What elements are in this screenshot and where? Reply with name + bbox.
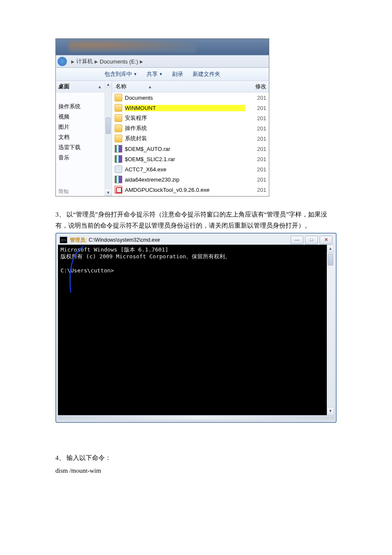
minimize-button[interactable]: —	[291, 236, 303, 244]
explorer-nav-pane: 桌面▲ 操作系统视频图片文档迅雷下载音乐 简知	[56, 81, 105, 196]
nav-item[interactable]: 图片	[56, 122, 104, 132]
file-date: 201	[245, 187, 266, 193]
file-name: WINMOUNT	[125, 105, 245, 111]
folder-icon	[115, 114, 122, 122]
file-name: aida64extreme230.zip	[125, 176, 245, 183]
chevron-right-icon: ▶	[140, 59, 143, 64]
cmd-window: C:\ 管理员: C:\Windows\system32\cmd.exe — □…	[55, 233, 337, 423]
file-row[interactable]: $OEM$_SLIC2.1.rar201	[112, 154, 269, 164]
file-name: 系统封装	[125, 135, 245, 142]
nav-bottom-item[interactable]: 简知	[58, 188, 69, 195]
file-date: 201	[245, 95, 266, 101]
file-name: AMDGPUClockTool_v0.9.26.0.exe	[125, 187, 245, 193]
include-in-library-button[interactable]: 包含到库中 ▼	[104, 70, 137, 78]
file-date: 201	[245, 176, 266, 183]
scroll-down-icon[interactable]: ▼	[327, 407, 334, 415]
nav-item[interactable]: 文档	[56, 132, 104, 142]
file-name: 操作系统	[125, 124, 245, 132]
file-row[interactable]: 系统封装201	[112, 133, 269, 144]
app-icon	[115, 186, 122, 194]
explorer-file-pane: 名称▲ 修改 Documents201WINMOUNT201安装程序201操作系…	[112, 81, 269, 196]
paragraph-step-3: 3、 以“管理员”身份打开命令提示符（注意命令提示符窗口的左上角应该有“管理员”…	[55, 209, 337, 231]
burn-button[interactable]: 刻录	[172, 70, 183, 78]
explorer-titlebar	[56, 39, 269, 55]
cmd-title-admin: 管理员:	[70, 237, 87, 244]
nav-item[interactable]: 操作系统	[56, 101, 104, 112]
column-headers: 名称▲ 修改	[112, 81, 269, 92]
file-date: 201	[245, 156, 266, 162]
chevron-right-icon: ▶	[71, 59, 75, 64]
exe-icon	[115, 165, 122, 173]
share-button[interactable]: 共享 ▼	[147, 70, 163, 78]
file-row[interactable]: ACTC7_X64.exe201	[112, 164, 269, 174]
col-name[interactable]: 名称▲	[112, 81, 242, 92]
file-name: 安装程序	[125, 114, 245, 122]
close-button[interactable]: ✕	[320, 236, 332, 244]
maximize-button[interactable]: □	[305, 236, 318, 244]
explorer-toolbar: 包含到库中 ▼ 共享 ▼ 刻录 新建文件夹	[56, 68, 269, 81]
rar-icon	[115, 145, 122, 153]
command-text: dism /mount-wim	[55, 465, 337, 477]
chevron-right-icon: ▶	[95, 59, 98, 64]
breadcrumb-drive[interactable]: Documents (E:)	[100, 58, 138, 65]
back-button-icon[interactable]	[58, 57, 67, 66]
scroll-up-icon[interactable]: ▲	[327, 245, 334, 253]
explorer-address-bar[interactable]: ▶ 计算机 ▶ Documents (E:) ▶	[56, 55, 269, 68]
article-text: 3、 以“管理员”身份打开命令提示符（注意命令提示符窗口的左上角应该有“管理员”…	[55, 209, 337, 231]
new-folder-button[interactable]: 新建文件夹	[193, 70, 220, 78]
dropdown-icon: ▼	[133, 72, 137, 76]
nav-scrollbar[interactable]: ▲ ▼	[105, 81, 112, 196]
file-row[interactable]: Documents201	[112, 92, 269, 103]
file-row[interactable]: $OEM$_AUTO.rar201	[112, 144, 269, 154]
article-text-2: 4、 输入以下命令： dism /mount-wim	[55, 453, 337, 476]
breadcrumb-computer[interactable]: 计算机	[76, 58, 93, 65]
file-date: 201	[245, 125, 266, 132]
folder-icon	[115, 94, 122, 101]
file-date: 201	[245, 166, 266, 173]
file-date: 201	[245, 146, 266, 152]
nav-item[interactable]: 音乐	[56, 153, 104, 163]
cmd-title-path: C:\Windows\system32\cmd.exe	[89, 237, 160, 243]
rar-icon	[115, 176, 122, 183]
folder-icon	[115, 124, 122, 132]
file-name: $OEM$_AUTO.rar	[125, 146, 245, 152]
file-row[interactable]: WINMOUNT201	[112, 103, 269, 113]
scroll-up-icon[interactable]: ▲	[105, 81, 112, 88]
file-row[interactable]: aida64extreme230.zip201	[112, 174, 269, 185]
file-date: 201	[245, 105, 266, 111]
file-row[interactable]: 操作系统201	[112, 123, 269, 133]
file-row[interactable]: AMDGPUClockTool_v0.9.26.0.exe201	[112, 185, 269, 195]
cmd-icon: C:\	[60, 237, 67, 243]
file-name: ACTC7_X64.exe	[125, 166, 245, 173]
file-name: $OEM$_SLIC2.1.rar	[125, 156, 245, 162]
scroll-thumb[interactable]	[106, 118, 111, 134]
paragraph-step-4: 4、 输入以下命令：	[55, 453, 337, 464]
file-date: 201	[245, 115, 266, 121]
cmd-titlebar: C:\ 管理员: C:\Windows\system32\cmd.exe — □…	[58, 235, 334, 245]
scroll-thumb[interactable]	[328, 254, 333, 266]
nav-item[interactable]: 迅雷下载	[56, 142, 104, 153]
folder-icon	[115, 135, 122, 142]
explorer-window: ▶ 计算机 ▶ Documents (E:) ▶ 包含到库中 ▼ 共享 ▼ 刻录…	[55, 38, 269, 197]
file-row[interactable]: 安装程序201	[112, 113, 269, 123]
nav-item[interactable]	[56, 92, 104, 101]
rar-icon	[115, 155, 122, 163]
sort-asc-icon: ▲	[148, 84, 152, 89]
cmd-scrollbar[interactable]: ▲ ▼	[327, 245, 334, 415]
nav-item[interactable]: 视频	[56, 112, 104, 122]
cmd-output[interactable]: Microsoft Windows [版本 6.1.7601] 版权所有 (c)…	[58, 245, 327, 415]
file-date: 201	[245, 136, 266, 142]
sort-asc-icon: ▲	[98, 84, 102, 89]
col-modified[interactable]: 修改	[242, 81, 269, 92]
dropdown-icon: ▼	[159, 72, 163, 76]
file-name: Documents	[125, 95, 245, 101]
nav-header[interactable]: 桌面▲	[56, 81, 104, 92]
folder-icon	[115, 104, 122, 112]
scroll-down-icon[interactable]: ▼	[105, 189, 112, 196]
